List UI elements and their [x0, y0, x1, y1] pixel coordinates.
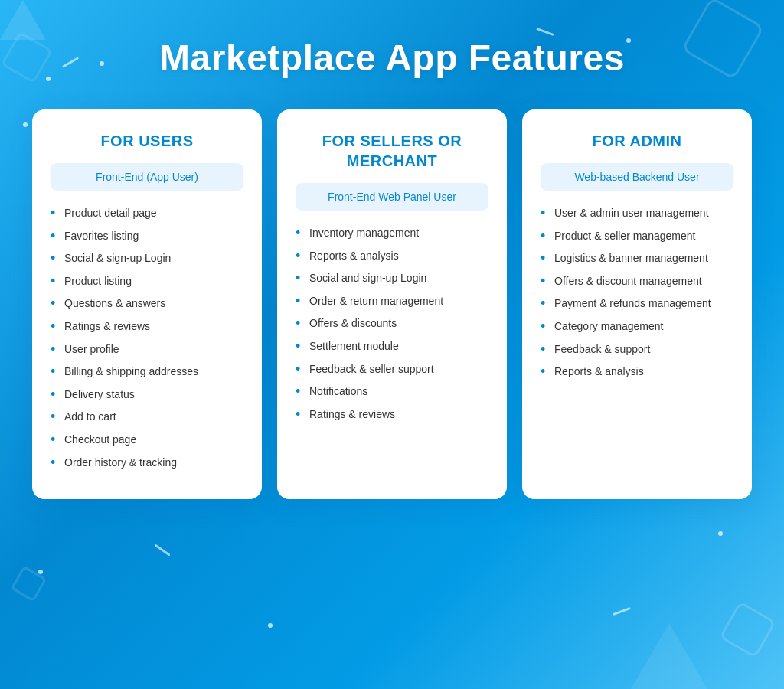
deco-dot [100, 61, 104, 66]
feature-list-admin: User & admin user managementProduct & se… [541, 206, 733, 380]
deco-dash [612, 607, 631, 616]
list-item: Favorites listing [51, 229, 243, 244]
deco-hex [719, 601, 776, 658]
list-item: Notifications [296, 384, 488, 400]
deco-triangle [0, 0, 46, 40]
list-item: Offers & discounts [296, 316, 488, 331]
card-admin: FOR ADMINWeb-based Backend UserUser & ad… [522, 109, 752, 499]
card-subtitle-admin: Web-based Backend User [541, 163, 733, 191]
list-item: Inventory management [296, 226, 488, 241]
list-item: Billing & shipping addresses [51, 364, 243, 380]
list-item: Settlement module [296, 339, 488, 354]
deco-dot [268, 623, 273, 628]
card-header-admin: FOR ADMIN [541, 131, 733, 151]
list-item: Reports & analysis [541, 364, 733, 380]
deco-dash [154, 544, 170, 556]
card-subtitle-users: Front-End (App User) [51, 163, 243, 191]
list-item: User profile [51, 342, 243, 358]
card-subtitle-sellers: Front-End Web Panel User [296, 183, 488, 211]
list-item: Social and sign-up Login [296, 271, 488, 286]
page-title: Marketplace App Features [0, 37, 784, 79]
card-header-sellers: FOR SELLERS OR MERCHANT [296, 131, 488, 171]
list-item: Order & return management [296, 294, 488, 309]
deco-dot [718, 531, 723, 536]
list-item: Feedback & seller support [296, 362, 488, 377]
list-item: Checkout page [51, 433, 243, 448]
list-item: Feedback & support [541, 342, 733, 358]
list-item: Product listing [51, 274, 243, 289]
page-title-section: Marketplace App Features [0, 0, 784, 109]
deco-dot [23, 122, 28, 127]
list-item: Offers & discount management [541, 274, 733, 289]
list-item: Ratings & reviews [296, 407, 488, 423]
list-item: Ratings & reviews [51, 319, 243, 335]
deco-dot [626, 38, 631, 43]
feature-list-users: Product detail pageFavorites listingSoci… [51, 206, 243, 470]
list-item: Reports & analysis [296, 249, 488, 264]
list-item: Order history & tracking [51, 456, 243, 471]
list-item: Add to cart [51, 410, 243, 425]
card-sellers: FOR SELLERS OR MERCHANTFront-End Web Pan… [277, 109, 507, 499]
deco-triangle [631, 623, 707, 689]
list-item: User & admin user management [541, 206, 733, 221]
list-item: Questions & answers [51, 296, 243, 312]
card-users: FOR USERSFront-End (App User)Product det… [32, 109, 262, 499]
list-item: Product detail page [51, 206, 243, 221]
cards-container: FOR USERSFront-End (App User)Product det… [0, 109, 784, 499]
feature-list-sellers: Inventory managementReports & analysisSo… [296, 226, 488, 422]
list-item: Payment & refunds management [541, 296, 733, 312]
card-header-users: FOR USERS [51, 131, 243, 151]
list-item: Delivery status [51, 387, 243, 403]
list-item: Logistics & banner management [541, 251, 733, 266]
list-item: Category management [541, 319, 733, 335]
list-item: Product & seller management [541, 229, 733, 244]
list-item: Social & sign-up Login [51, 251, 243, 266]
deco-dot [46, 77, 51, 81]
